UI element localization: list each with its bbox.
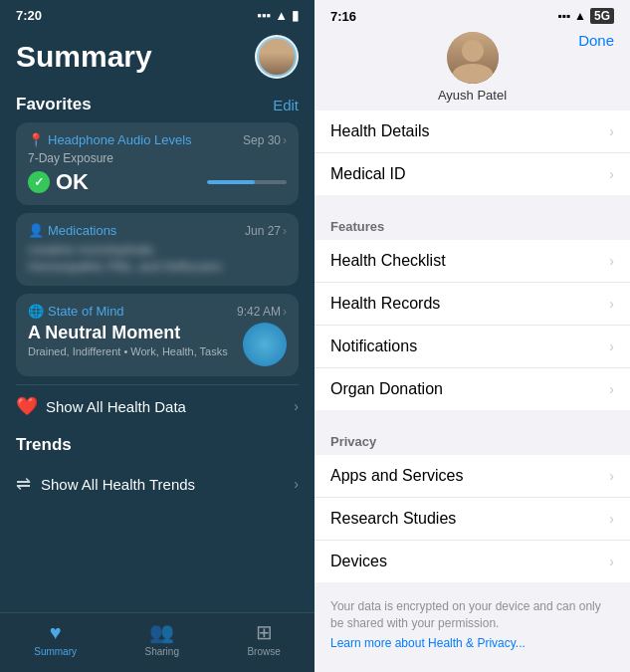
- health-records-item[interactable]: Health Records ›: [315, 283, 630, 326]
- left-panel: 7:20 ▪▪▪ ▲ ▮ Summary Favorites Edit 📍: [0, 0, 315, 672]
- health-details-item[interactable]: Health Details ›: [315, 111, 630, 153]
- state-text: A Neutral Moment Drained, Indifferent • …: [28, 323, 228, 357]
- summary-title: Summary: [16, 40, 152, 74]
- signal-icon: ▪▪▪: [257, 8, 271, 23]
- status-icons-left: ▪▪▪ ▲ ▮: [257, 8, 299, 23]
- status-icons-right: ▪▪▪ ▲ 5G: [557, 8, 614, 24]
- show-all-health-data-label: Show All Health Data: [46, 398, 286, 415]
- progress-fill: [207, 180, 255, 184]
- apps-services-item[interactable]: Apps and Services ›: [315, 455, 630, 498]
- time-right: 7:16: [330, 9, 356, 24]
- medical-id-label: Medical ID: [330, 165, 406, 183]
- right-avatar: [447, 32, 499, 84]
- favorites-section: Favorites Edit 📍 Headphone Audio Levels …: [16, 95, 299, 427]
- privacy-link[interactable]: Learn more about Health & Privacy...: [315, 636, 630, 653]
- notifications-chevron: ›: [609, 338, 614, 354]
- card1-header: 📍 Headphone Audio Levels Sep 30 ›: [28, 132, 287, 147]
- research-studies-chevron: ›: [609, 511, 614, 527]
- card1-chevron: ›: [283, 133, 287, 147]
- medications-blurred2: Homeopathic Pills, and Deflucann: [28, 259, 287, 274]
- signal-icon-right: ▪▪▪: [557, 9, 570, 23]
- right-header: Done Ayush Patel: [315, 28, 630, 111]
- notifications-label: Notifications: [330, 337, 417, 355]
- ok-badge: ✓ OK: [28, 169, 89, 195]
- battery-icon-right: 5G: [590, 8, 614, 24]
- research-studies-item[interactable]: Research Studies ›: [315, 498, 630, 541]
- browse-tab-icon: ⊞: [256, 620, 273, 644]
- card3-title: 🌐 State of Mind: [28, 304, 124, 319]
- tab-summary[interactable]: ♥ Summary: [34, 621, 77, 657]
- privacy-note: Your data is encrypted on your device an…: [315, 590, 630, 636]
- tab-bar: ♥ Summary 👥 Sharing ⊞ Browse: [0, 612, 315, 672]
- devices-item[interactable]: Devices ›: [315, 541, 630, 582]
- organ-donation-chevron: ›: [609, 381, 614, 397]
- medications-card[interactable]: 👤 Medications Jun 27 › creatine monohydr…: [16, 213, 299, 286]
- trends-chevron: ›: [294, 476, 299, 492]
- card3-header: 🌐 State of Mind 9:42 AM ›: [28, 304, 287, 319]
- show-all-health-data-row[interactable]: ❤️ Show All Health Data ›: [16, 384, 299, 427]
- trends-header: Trends: [16, 435, 299, 455]
- wifi-icon: ▲: [275, 8, 288, 23]
- done-button[interactable]: Done: [578, 32, 614, 49]
- ok-icon: ✓: [28, 171, 50, 193]
- trends-label: Trends: [16, 435, 72, 455]
- summary-tab-icon: ♥: [50, 621, 62, 644]
- show-all-health-chevron: ›: [294, 398, 299, 414]
- show-all-trends-row[interactable]: ⇌ Show All Health Trends ›: [16, 463, 299, 505]
- avatar[interactable]: [255, 35, 299, 79]
- medical-id-chevron: ›: [609, 166, 614, 182]
- user-name: Ayush Patel: [438, 88, 507, 103]
- card1-title: 📍 Headphone Audio Levels: [28, 132, 192, 147]
- health-details-group: Health Details › Medical ID ›: [315, 111, 630, 195]
- features-section: Features Health Checklist › Health Recor…: [315, 203, 630, 410]
- trends-section: Trends ⇌ Show All Health Trends ›: [16, 435, 299, 505]
- organ-donation-item[interactable]: Organ Donation ›: [315, 368, 630, 410]
- trends-icon: ⇌: [16, 473, 31, 495]
- state-of-mind-card[interactable]: 🌐 State of Mind 9:42 AM › A Neutral Mome…: [16, 294, 299, 376]
- privacy-section-header: Privacy: [315, 418, 630, 455]
- sharing-tab-icon: 👥: [149, 620, 174, 644]
- summary-tab-label: Summary: [34, 646, 77, 657]
- medical-id-item[interactable]: Medical ID ›: [315, 153, 630, 195]
- battery-icon: ▮: [292, 8, 299, 23]
- health-checklist-chevron: ›: [609, 253, 614, 269]
- card1-date: Sep 30 ›: [243, 133, 287, 147]
- favorites-header: Favorites Edit: [16, 95, 299, 114]
- tab-sharing[interactable]: 👥 Sharing: [144, 620, 178, 657]
- favorites-label: Favorites: [16, 95, 92, 114]
- edit-button[interactable]: Edit: [273, 97, 299, 113]
- heart-icon: ❤️: [16, 395, 38, 417]
- apps-services-label: Apps and Services: [330, 467, 463, 485]
- card2-chevron: ›: [283, 224, 287, 238]
- card2-date: Jun 27 ›: [245, 224, 287, 238]
- health-records-chevron: ›: [609, 296, 614, 312]
- headphone-icon: 📍: [28, 132, 44, 147]
- privacy-section: Privacy Apps and Services › Research Stu…: [315, 418, 630, 582]
- card3-chevron: ›: [283, 305, 287, 319]
- features-group: Health Checklist › Health Records › Noti…: [315, 240, 630, 410]
- devices-chevron: ›: [609, 554, 614, 569]
- card1-subtitle: 7-Day Exposure: [28, 151, 287, 165]
- features-section-header: Features: [315, 203, 630, 240]
- state-content: A Neutral Moment Drained, Indifferent • …: [28, 323, 287, 366]
- card2-header: 👤 Medications Jun 27 ›: [28, 223, 287, 238]
- notifications-item[interactable]: Notifications ›: [315, 326, 630, 368]
- headphone-card[interactable]: 📍 Headphone Audio Levels Sep 30 › 7-Day …: [16, 122, 299, 205]
- research-studies-label: Research Studies: [330, 510, 456, 528]
- state-circle-icon: [243, 323, 287, 366]
- privacy-group: Apps and Services › Research Studies › D…: [315, 455, 630, 582]
- left-content: Summary Favorites Edit 📍 Headphone Audio…: [0, 27, 315, 513]
- state-value: A Neutral Moment: [28, 323, 228, 343]
- health-checklist-item[interactable]: Health Checklist ›: [315, 240, 630, 283]
- time-left: 7:20: [16, 8, 42, 23]
- health-checklist-label: Health Checklist: [330, 252, 446, 270]
- tab-browse[interactable]: ⊞ Browse: [247, 620, 280, 657]
- apps-services-chevron: ›: [609, 468, 614, 484]
- health-details-chevron: ›: [609, 123, 614, 139]
- summary-header: Summary: [16, 35, 299, 79]
- status-bar-left: 7:20 ▪▪▪ ▲ ▮: [0, 0, 315, 27]
- progress-bar: [207, 180, 287, 184]
- card2-title: 👤 Medications: [28, 223, 116, 238]
- health-details-label: Health Details: [330, 122, 430, 140]
- devices-label: Devices: [330, 553, 387, 570]
